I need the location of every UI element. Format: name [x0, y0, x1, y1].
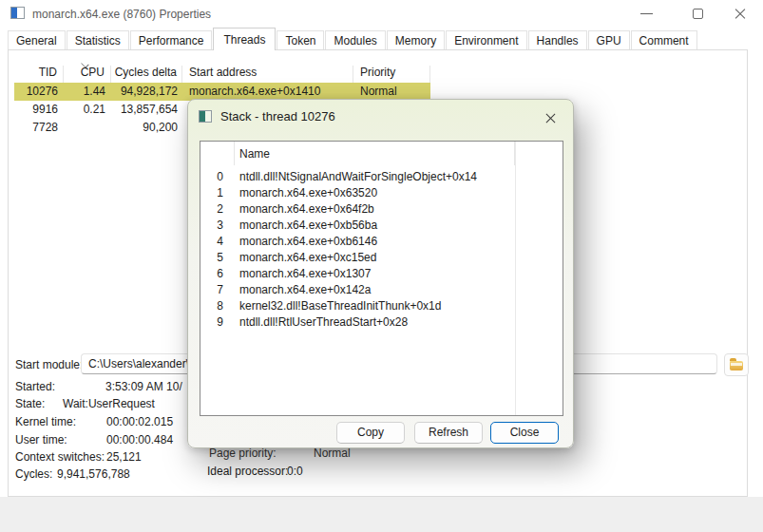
- list-item[interactable]: 2monarch.x64.exe+0x64f2b: [200, 201, 563, 218]
- cell-cycles-delta: 13,857,654: [111, 101, 182, 119]
- folder-icon: [730, 361, 743, 370]
- list-item[interactable]: 0ntdll.dll!NtSignalAndWaitForSingleObjec…: [200, 169, 563, 185]
- tab-memory[interactable]: Memory: [387, 30, 445, 49]
- dialog-app-icon: [199, 110, 212, 123]
- column-header-index[interactable]: [200, 142, 235, 165]
- close-window-button[interactable]: [718, 0, 762, 28]
- context-switches-value: 25,121: [106, 450, 142, 464]
- properties-window: monarch.x64.exe (8760) Properties Genera…: [0, 0, 763, 532]
- cycles-value: 9,941,576,788: [57, 467, 130, 481]
- tab-performance[interactable]: Performance: [130, 30, 213, 49]
- list-item[interactable]: 6monarch.x64.exe+0x1307: [200, 266, 563, 282]
- tab-comment[interactable]: Comment: [631, 30, 697, 49]
- state-value: Wait:UserRequest: [63, 397, 155, 410]
- page-priority-value: Normal: [314, 446, 351, 460]
- state-label: State:: [15, 397, 45, 410]
- frame-name: monarch.x64.exe+0xb56ba: [235, 218, 377, 234]
- frame-name: monarch.x64.exe+0xc15ed: [235, 250, 376, 266]
- frame-name: kernel32.dll!BaseThreadInitThunk+0x1d: [235, 298, 441, 314]
- frame-name: ntdll.dll!RtlUserThreadStart+0x28: [235, 314, 408, 331]
- column-header-name[interactable]: Name: [235, 142, 515, 165]
- tab-bar: General Statistics Performance Threads T…: [8, 28, 698, 49]
- column-header-cpu[interactable]: CPU: [64, 66, 111, 83]
- window-title: monarch.x64.exe (8760) Properties: [32, 8, 211, 21]
- frame-index: 6: [200, 266, 235, 282]
- list-item[interactable]: 8kernel32.dll!BaseThreadInitThunk+0x1d: [200, 298, 563, 314]
- dialog-close-button[interactable]: [539, 106, 563, 131]
- maximize-button[interactable]: [677, 0, 720, 28]
- app-window-icon: [10, 7, 25, 19]
- started-value: 3:53:09 AM 10/: [105, 380, 182, 393]
- tab-threads[interactable]: Threads: [213, 28, 276, 50]
- dialog-titlebar: Stack - thread 10276: [188, 100, 573, 134]
- column-header-priority[interactable]: Priority: [353, 66, 430, 83]
- tab-gpu[interactable]: GPU: [588, 30, 630, 49]
- window-titlebar: monarch.x64.exe (8760) Properties: [0, 0, 763, 28]
- list-item[interactable]: 9ntdll.dll!RtlUserThreadStart+0x28: [200, 314, 563, 331]
- refresh-button[interactable]: Refresh: [414, 422, 483, 444]
- frame-name: monarch.x64.exe+0x64f2b: [235, 201, 374, 218]
- started-label: Started:: [15, 380, 55, 393]
- cell-tid: 10276: [14, 83, 64, 101]
- frame-index: 2: [200, 201, 235, 218]
- column-divider: [515, 142, 516, 415]
- stack-frame-list: Name 0ntdll.dll!NtSignalAndWaitForSingle…: [200, 141, 563, 416]
- window-footer: Close: [0, 497, 763, 532]
- frame-name: monarch.x64.exe+0x63520: [235, 185, 377, 201]
- tab-general[interactable]: General: [8, 30, 66, 49]
- frame-index: 1: [200, 185, 235, 201]
- frame-name: monarch.x64.exe+0xb6146: [235, 234, 377, 250]
- frame-index: 4: [200, 234, 235, 250]
- list-item[interactable]: 1monarch.x64.exe+0x63520: [200, 185, 563, 201]
- dialog-close-default-button[interactable]: Close: [490, 422, 559, 444]
- stack-frames: 0ntdll.dll!NtSignalAndWaitForSingleObjec…: [200, 165, 563, 331]
- frame-index: 8: [200, 298, 235, 314]
- column-header-cycles-delta[interactable]: Cycles delta: [111, 66, 182, 83]
- cell-cpu: 1.44: [64, 83, 111, 101]
- frame-index: 3: [200, 218, 235, 234]
- ideal-processor-label: Ideal processor:: [207, 465, 288, 478]
- kernel-time-value: 00:00:02.015: [106, 415, 173, 428]
- cycles-label: Cycles:: [15, 467, 52, 481]
- frame-index: 0: [200, 169, 235, 185]
- list-item[interactable]: 5monarch.x64.exe+0xc15ed: [200, 250, 563, 266]
- cell-cpu: 0.21: [64, 101, 111, 119]
- frame-name: monarch.x64.exe+0x142a: [235, 282, 371, 298]
- tab-statistics[interactable]: Statistics: [67, 30, 129, 49]
- cell-cpu: [64, 119, 111, 137]
- dialog-title: Stack - thread 10276: [220, 109, 335, 124]
- frame-name: monarch.x64.exe+0x1307: [235, 266, 371, 282]
- column-header-start-address[interactable]: Start address: [182, 66, 353, 83]
- stack-dialog: Stack - thread 10276 Name 0ntdll.dll!NtS…: [187, 99, 574, 448]
- browse-button[interactable]: [724, 353, 749, 376]
- cell-cycles-delta: 94,928,172: [111, 83, 182, 101]
- list-item[interactable]: 7monarch.x64.exe+0x142a: [200, 282, 563, 298]
- user-time-label: User time:: [15, 433, 67, 446]
- context-switches-label: Context switches:: [15, 450, 105, 464]
- cell-tid: 9916: [14, 101, 64, 119]
- tab-handles[interactable]: Handles: [528, 30, 587, 49]
- frame-index: 5: [200, 250, 235, 266]
- maximize-icon: [693, 9, 703, 19]
- frame-index: 7: [200, 282, 235, 298]
- ideal-processor-value: 0:0: [287, 465, 303, 478]
- user-time-value: 00:00:00.484: [106, 433, 173, 446]
- stack-list-header: Name: [200, 142, 563, 165]
- kernel-time-label: Kernel time:: [15, 415, 76, 428]
- tab-environment[interactable]: Environment: [446, 30, 526, 49]
- thread-table-header: TID CPU Cycles delta Start address Prior…: [14, 59, 430, 83]
- tab-token[interactable]: Token: [277, 30, 324, 49]
- list-item[interactable]: 4monarch.x64.exe+0xb6146: [200, 234, 563, 250]
- cell-cycles-delta: 90,200: [111, 119, 182, 137]
- copy-button[interactable]: Copy: [336, 422, 405, 444]
- minimize-button[interactable]: [625, 0, 669, 28]
- column-header-tid[interactable]: TID: [14, 66, 64, 83]
- frame-name: ntdll.dll!NtSignalAndWaitForSingleObject…: [235, 169, 477, 185]
- frame-index: 9: [200, 314, 235, 331]
- tab-modules[interactable]: Modules: [325, 30, 385, 49]
- list-item[interactable]: 3monarch.x64.exe+0xb56ba: [200, 218, 563, 234]
- minimize-icon: [640, 13, 653, 14]
- start-module-label: Start module:: [15, 358, 83, 371]
- page-priority-label: Page priority:: [209, 446, 277, 460]
- cell-tid: 7728: [14, 119, 64, 137]
